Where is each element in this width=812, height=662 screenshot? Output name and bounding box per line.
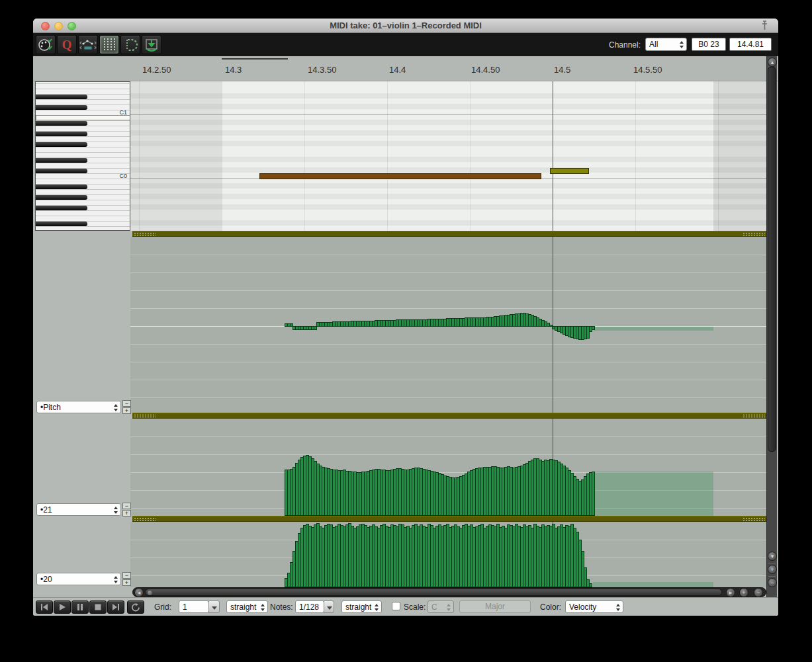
- ruler-tick-label[interactable]: 14.5: [554, 65, 570, 75]
- piano-keyboard[interactable]: C1C0: [35, 81, 130, 231]
- black-key[interactable]: [36, 185, 87, 189]
- edit-cursor[interactable]: [553, 81, 553, 231]
- black-key[interactable]: [36, 158, 87, 163]
- vertical-scrollbar[interactable]: ▴ ▾ + −: [766, 56, 777, 597]
- scroll-right-button[interactable]: ▸: [726, 588, 735, 597]
- zoom-out-vertical-button[interactable]: −: [768, 578, 777, 587]
- zoom-out-horizontal-button[interactable]: −: [754, 588, 763, 597]
- zoom-in-vertical-button[interactable]: +: [768, 565, 777, 574]
- black-key[interactable]: [36, 121, 87, 126]
- stepper-icon[interactable]: [261, 604, 265, 611]
- scale-root-select[interactable]: C: [428, 600, 454, 613]
- divider-handle-icon[interactable]: [134, 232, 156, 236]
- black-key[interactable]: [36, 195, 87, 200]
- remove-lane-button[interactable]: −: [122, 503, 131, 509]
- black-key[interactable]: [36, 95, 87, 99]
- lane-divider-3[interactable]: [132, 516, 766, 522]
- cc-bar[interactable]: [592, 326, 595, 330]
- cc20-lane-selector-value: •20: [40, 575, 52, 584]
- scroll-up-button[interactable]: ▴: [768, 58, 777, 67]
- quantize-button[interactable]: Q: [57, 35, 77, 54]
- black-key[interactable]: [36, 206, 87, 210]
- ruler-tick-label[interactable]: 14.3: [225, 65, 242, 75]
- cc20-lane[interactable]: [130, 522, 766, 587]
- cc21-lane-selector-value: •21: [40, 505, 52, 515]
- piano-roll-grid[interactable]: [130, 81, 766, 231]
- stepper-icon[interactable]: [114, 576, 118, 583]
- play-button[interactable]: [54, 600, 71, 614]
- titlebar[interactable]: MIDI take: 01–violin 1–Recorded MIDI: [33, 19, 778, 33]
- horizontal-scroll-thumb[interactable]: [145, 589, 722, 596]
- stepper-icon[interactable]: [616, 604, 621, 611]
- ruler-tick-label[interactable]: 14.5.50: [633, 65, 662, 75]
- add-lane-button[interactable]: +: [122, 407, 131, 414]
- loop-selection-indicator[interactable]: [222, 58, 288, 60]
- position-display-field[interactable]: 14.4.81: [729, 38, 772, 51]
- midi-note-c0[interactable]: [259, 173, 541, 179]
- grid-size-input[interactable]: 1: [179, 600, 209, 613]
- ruler-tick-label[interactable]: 14.4.50: [471, 65, 500, 75]
- glue-notes-button[interactable]: [120, 35, 140, 54]
- note-length-input[interactable]: 1/128: [295, 600, 324, 613]
- highlighted-key[interactable]: [36, 115, 130, 120]
- event-display-field[interactable]: B0 23: [692, 38, 726, 51]
- pitch-lane[interactable]: [130, 237, 766, 413]
- go-to-start-button[interactable]: [36, 600, 53, 614]
- divider-handle-icon[interactable]: [743, 232, 765, 236]
- black-key[interactable]: [36, 169, 87, 173]
- black-key[interactable]: [36, 132, 87, 136]
- pin-icon[interactable]: [760, 21, 769, 34]
- midi-item-properties-icon-button[interactable]: [36, 35, 56, 54]
- grid-swing-select[interactable]: straight: [226, 600, 268, 613]
- pitch-lane-selector-value: •Pitch: [40, 403, 61, 412]
- cc-bars[interactable]: [130, 522, 766, 587]
- cc21-lane[interactable]: [130, 419, 766, 516]
- note-length-dropdown-icon[interactable]: [324, 600, 334, 613]
- lane-divider-1[interactable]: [132, 231, 766, 237]
- note-transform-button[interactable]: [78, 35, 98, 54]
- scale-checkbox[interactable]: [392, 602, 400, 610]
- stop-button[interactable]: [89, 600, 107, 614]
- black-key[interactable]: [36, 142, 87, 147]
- ruler-tick-label[interactable]: 14.2.50: [142, 65, 171, 75]
- midi-note-csharp0[interactable]: [550, 168, 589, 174]
- lane-divider-2[interactable]: [132, 413, 766, 419]
- black-key[interactable]: [36, 105, 87, 110]
- horizontal-scrollbar[interactable]: ◂ ▸ + −: [132, 587, 766, 597]
- ruler-tick-label[interactable]: 14.3.50: [308, 65, 336, 75]
- timeline-ruler[interactable]: 14.2.5014.314.3.5014.414.4.5014.514.5.50: [33, 56, 778, 81]
- stepper-icon[interactable]: [680, 41, 684, 48]
- stepper-icon[interactable]: [114, 404, 118, 411]
- cc-bars[interactable]: [130, 419, 766, 516]
- add-lane-button[interactable]: +: [122, 579, 131, 586]
- pitch-lane-selector[interactable]: •Pitch: [36, 401, 121, 413]
- stepper-icon[interactable]: [375, 604, 379, 611]
- ruler-tick-label[interactable]: 14.4: [389, 65, 406, 75]
- cc21-lane-selector[interactable]: •21: [36, 503, 121, 516]
- repeat-button[interactable]: [127, 600, 144, 614]
- divider-handle-icon[interactable]: [134, 414, 156, 418]
- cc-bars[interactable]: [130, 237, 766, 413]
- remove-lane-button[interactable]: −: [122, 572, 131, 579]
- channel-select[interactable]: All: [645, 38, 687, 51]
- stepper-icon[interactable]: [114, 507, 118, 514]
- black-key[interactable]: [36, 222, 87, 226]
- grid-toggle-button[interactable]: [99, 35, 119, 54]
- import-notes-button[interactable]: [142, 35, 161, 54]
- go-to-end-button[interactable]: [107, 600, 124, 614]
- divider-handle-icon[interactable]: [743, 517, 765, 521]
- note-swing-select[interactable]: straight: [341, 600, 382, 613]
- zoom-in-horizontal-button[interactable]: +: [739, 588, 748, 597]
- scroll-down-button[interactable]: ▾: [768, 552, 777, 561]
- pause-button[interactable]: [71, 600, 89, 614]
- color-mode-select[interactable]: Velocity: [565, 600, 623, 613]
- remove-lane-button[interactable]: −: [122, 400, 131, 407]
- divider-handle-icon[interactable]: [743, 414, 765, 418]
- divider-handle-icon[interactable]: [134, 517, 156, 521]
- cc20-lane-selector[interactable]: •20: [36, 573, 121, 585]
- cc-bar[interactable]: [592, 472, 595, 516]
- scale-name-field[interactable]: Major: [459, 600, 531, 613]
- add-lane-button[interactable]: +: [122, 510, 131, 517]
- vertical-scroll-thumb[interactable]: [768, 67, 776, 452]
- grid-size-dropdown-icon[interactable]: [208, 600, 220, 613]
